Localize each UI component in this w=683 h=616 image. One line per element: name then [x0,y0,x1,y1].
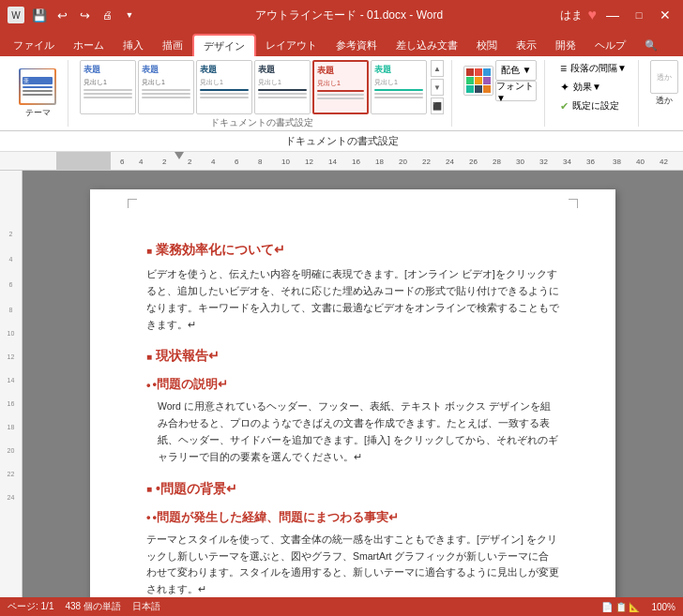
title-right: はま ♥ — □ ✕ [560,5,676,25]
tab-file[interactable]: ファイル [4,34,64,56]
gallery-arrows: ▲ ▼ ⬛ [431,60,444,114]
gallery-up-button[interactable]: ▲ [431,60,444,77]
tab-layout[interactable]: レイアウト [256,34,326,56]
page-corner-tr [569,199,578,208]
tab-help[interactable]: ヘルプ [585,34,635,56]
word-icon: W [8,7,24,23]
style-thumb-6[interactable]: 表題 見出し1 [371,60,427,114]
status-bar: ページ: 1/1 438 個の単語 日本語 📄 📋 📐 100% [0,597,683,616]
style-gallery-group: 表題 見出し1 表題 見出し1 表題 見出し1 表題 [72,60,452,127]
style-group-label: ドキュメントの書式設定 [80,116,444,129]
style-thumb-2[interactable]: 表題 見出し1 [138,60,194,114]
gallery-down-button[interactable]: ▼ [431,79,444,96]
tab-design[interactable]: デザイン [192,34,256,56]
colors-button[interactable]: 配色 ▼ [495,60,537,81]
vertical-ruler: 2 4 6 8 10 12 14 16 18 20 22 24 [0,171,23,616]
save-button[interactable]: 💾 [30,6,49,24]
undo-button[interactable]: ↩ [53,6,71,24]
tab-references[interactable]: 参考資料 [326,34,387,56]
customize-button[interactable]: ▼ [120,6,139,24]
watermark-button[interactable]: 透か 透か [650,60,678,107]
tab-view[interactable]: 表示 [507,34,546,56]
username: はま [560,8,583,23]
redo-button[interactable]: ↪ [75,6,94,24]
para1: ビデオを使うと、伝えたい内容を明確に表現できます。[オンライン ビデオ]をクリッ… [146,266,559,333]
title-left: W 💾 ↩ ↪ 🖨 ▼ [8,6,139,24]
doc-format-bar: ドキュメントの書式設定 [0,131,683,152]
style-thumb-1[interactable]: 表題 見出し1 [80,60,136,114]
effects-icon: ✦ [560,81,569,94]
word-count: 438 個の単語 [65,600,120,613]
color-palette-icon [463,66,493,96]
zoom-level: 100% [651,602,675,612]
heading1: 業務効率化について↵ [146,242,559,259]
left-indent-marker[interactable] [175,152,184,161]
tab-home[interactable]: ホーム [64,34,114,56]
style-thumb-5[interactable]: 表題 見出し1 [312,60,369,114]
page-corner-tl [128,199,137,208]
style-thumb-4[interactable]: 表題 見出し1 [254,60,311,114]
heading2: 現状報告↵ [146,348,559,365]
tab-review[interactable]: 校閲 [467,34,507,56]
language: 日本語 [132,600,160,613]
print-preview-button[interactable]: 🖨 [98,6,116,24]
tab-search[interactable]: 🔍 [635,34,667,56]
theme-group: 亜 テーマ [8,60,68,127]
set-default-button[interactable]: ✔ 既定に設定 [556,98,623,114]
tab-insert[interactable]: 挿入 [114,34,153,56]
gallery-more-button[interactable]: ⬛ [431,98,444,114]
sub-heading3: •問題が発生した経緯、問題にまつわる事実↵ [146,509,559,526]
paragraph-spacing-button[interactable]: ≡ 段落の間隔▼ [556,60,630,77]
para2: Word に用意されているヘッダー、フッター、表紙、テキスト ボックス デザイン… [158,398,559,465]
account-icon[interactable]: ♥ [588,7,598,23]
set-default-label: 既定に設定 [572,99,619,113]
ruler-marks: 6 4 2 2 4 6 8 10 12 14 16 18 20 22 24 26… [56,152,683,170]
effects-label: 効果▼ [573,81,601,94]
main-area: 2 4 6 8 10 12 14 16 18 20 22 24 業務効率化につい… [0,171,683,616]
style-thumb-3[interactable]: 表題 見出し1 [196,60,252,114]
theme-button[interactable]: 亜 テーマ [15,66,60,122]
window-title: アウトラインモード - 01.docx - Word [139,8,560,23]
doc-format-label: ドキュメントの書式設定 [285,134,399,148]
style-gallery: 表題 見出し1 表題 見出し1 表題 見出し1 表題 [80,60,427,114]
theme-preview-icon: 亜 [19,68,56,105]
ribbon-tabs: ファイル ホーム 挿入 描画 デザイン レイアウト 参考資料 差し込み文書 校閲… [0,30,683,56]
restore-button[interactable]: □ [629,5,649,25]
effects-button[interactable]: ✦ 効果▼ [556,79,605,96]
document-area[interactable]: 業務効率化について↵ ビデオを使うと、伝えたい内容を明確に表現できます。[オンラ… [23,171,683,616]
sub-heading2: •問題の背景↵ [146,481,559,498]
watermark-group: 透か 透か ページ [643,60,683,127]
paragraph-spacing-icon: ≡ [560,62,567,75]
close-button[interactable]: ✕ [655,5,675,25]
tab-mailings[interactable]: 差し込み文書 [387,34,467,56]
watermark-label: 透か [656,95,673,107]
page: 業務効率化について↵ ビデオを使うと、伝えたい内容を明確に表現できます。[オンラ… [90,189,615,616]
sub-heading1: •問題の説明↵ [146,376,559,393]
check-icon: ✔ [560,100,569,113]
theme-label: テーマ [25,107,51,119]
minimize-button[interactable]: — [602,5,623,25]
tab-developer[interactable]: 開発 [546,34,585,56]
colors-fonts-group: 配色 ▼ フォント ▼ [456,60,545,127]
para3: テーマとスタイルを使って、文書全体の統一感を出すこともできます。[デザイン] を… [146,532,559,598]
quick-access-toolbar: 💾 ↩ ↪ 🖨 ▼ [30,6,139,24]
horizontal-ruler: 6 4 2 2 4 6 8 10 12 14 16 18 20 22 24 26… [0,152,683,171]
view-icons: 📄 📋 📐 [601,602,641,612]
title-bar: W 💾 ↩ ↪ 🖨 ▼ アウトラインモード - 01.docx - Word は… [0,0,683,30]
page-info: ページ: 1/1 [8,600,53,613]
effects-group: ≡ 段落の間隔▼ ✦ 効果▼ ✔ 既定に設定 [549,60,639,127]
paragraph-spacing-label: 段落の間隔▼ [570,62,627,75]
tab-draw[interactable]: 描画 [153,34,192,56]
fonts-button[interactable]: フォント ▼ [495,81,537,101]
ribbon-content: 亜 テーマ 表題 見出し1 [0,56,683,131]
